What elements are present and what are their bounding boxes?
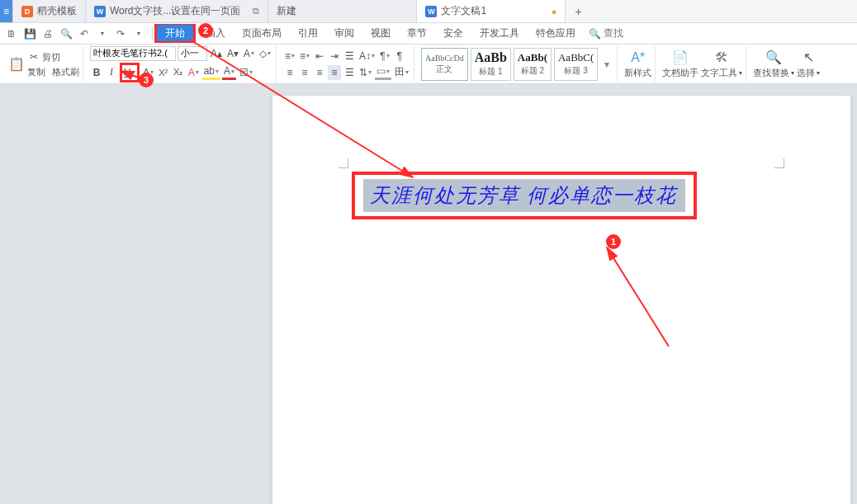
app-menu-tab[interactable]: ≡ (0, 0, 13, 22)
font-name-input[interactable] (93, 49, 173, 59)
document-workspace: 天涯何处无芳草 何必单恋一枝花 (0, 84, 857, 504)
text-direction-button[interactable]: ☰ (343, 49, 356, 64)
text-effects-button[interactable]: A (187, 65, 201, 80)
line-spacing-button[interactable]: ⇅ (357, 65, 373, 80)
undo-dropdown-icon[interactable]: ▾ (96, 27, 109, 40)
change-case-button[interactable]: A (242, 46, 256, 61)
add-tab-button[interactable]: + (566, 0, 590, 22)
select-button[interactable]: ↖选择▾ (797, 49, 820, 79)
align-center-button[interactable]: ≡ (298, 65, 311, 80)
redo-dropdown-icon[interactable]: ▾ (132, 27, 145, 40)
paste-button[interactable]: 📋 (8, 56, 25, 73)
style-label: 标题 2 (521, 65, 544, 77)
style-heading2[interactable]: AaBb(标题 2 (514, 48, 552, 81)
numbering-button[interactable]: ≡ (298, 49, 311, 64)
find-icon: 🔍 (765, 49, 782, 66)
word-doc-icon: W (94, 6, 106, 17)
callout-1: 1 (606, 234, 621, 249)
increase-indent-button[interactable]: ⇥ (328, 49, 341, 64)
menu-section[interactable]: 章节 (399, 24, 435, 43)
styles-scroll-down-icon[interactable]: ▾ (600, 57, 613, 72)
document-page[interactable]: 天涯何处无芳草 何必单恋一枝花 (272, 96, 850, 504)
menu-security[interactable]: 安全 (435, 24, 471, 43)
save-icon[interactable]: 💾 (23, 27, 36, 40)
doc-helper-button[interactable]: 📄文档助手 (662, 49, 698, 79)
align-right-button[interactable]: ≡ (313, 65, 326, 80)
format-painter-label[interactable]: 格式刷 (52, 66, 79, 78)
preview-icon[interactable]: 🔍 (59, 27, 73, 40)
menu-references[interactable]: 引用 (290, 24, 326, 43)
sort-button[interactable]: ¶ (378, 49, 391, 64)
style-heading3[interactable]: AaBbC(标题 3 (554, 48, 598, 81)
menu-developer[interactable]: 开发工具 (471, 24, 528, 43)
undo-icon[interactable]: ↶ (78, 27, 91, 40)
align-left-button[interactable]: ≡ (283, 65, 296, 80)
close-icon[interactable]: ⧉ (253, 6, 259, 16)
selected-text[interactable]: 天涯何处无芳草 何必单恋一枝花 (370, 182, 677, 209)
show-marks-button[interactable]: ¶ (393, 49, 406, 64)
char-shading-button[interactable]: ☒ (238, 65, 254, 80)
select-label: 选择▾ (797, 67, 820, 79)
borders-button[interactable]: 田 (393, 65, 410, 80)
style-heading1[interactable]: AaBb标题 1 (471, 48, 511, 81)
search-icon: 🔍 (589, 28, 601, 40)
shrink-font-button[interactable]: A▾ (225, 46, 240, 61)
style-body[interactable]: AaBbCcDd正文 (421, 48, 468, 81)
tab-document1[interactable]: W 文字文稿1 ● (417, 0, 566, 22)
templates-icon: D (21, 6, 33, 17)
menu-view[interactable]: 视图 (362, 24, 399, 43)
find-replace-label: 查找替换▾ (753, 67, 794, 79)
tab-label: 文字文稿1 (441, 4, 486, 18)
italic-button[interactable]: I (105, 65, 118, 80)
font-color-button[interactable]: A (222, 65, 236, 80)
style-tools-group: A*新样式 (621, 46, 656, 82)
tools-group: 📄文档助手 🛠文字工具▾ (659, 46, 746, 82)
ribbon: 📋 ✂剪切 复制格式刷 A▴ A▾ A ◇ B I U A̶ X² (0, 45, 857, 84)
find-replace-button[interactable]: 🔍查找替换▾ (753, 49, 794, 79)
font-group: A▴ A▾ A ◇ B I U A̶ X² X₂ A ab A ☒ (87, 46, 277, 82)
cut-icon[interactable]: ✂ (27, 49, 40, 64)
bullets-button[interactable]: ≡ (283, 49, 296, 64)
menu-start[interactable]: 开始 (157, 25, 193, 41)
text-tool-button[interactable]: 🛠文字工具▾ (701, 49, 742, 79)
align-justify-button[interactable]: ≡ (328, 65, 341, 80)
font-size-input[interactable] (181, 49, 204, 59)
grow-font-button[interactable]: A▴ (209, 46, 224, 61)
tab-label: 稻壳模板 (37, 4, 77, 18)
menu-special[interactable]: 特色应用 (528, 24, 584, 43)
redo-icon[interactable]: ↷ (114, 27, 127, 40)
superscript-button[interactable]: X² (157, 65, 170, 80)
distribute-button[interactable]: ☰ (343, 65, 356, 80)
new-style-button[interactable]: A*新样式 (624, 49, 651, 79)
margin-mark-tr (774, 158, 784, 168)
copy-label[interactable]: 复制 (27, 66, 45, 78)
font-name-combo[interactable] (90, 46, 176, 61)
decrease-indent-button[interactable]: ⇤ (313, 49, 326, 64)
menu-review[interactable]: 审阅 (326, 24, 362, 43)
cut-label: 剪切 (42, 51, 60, 64)
cursor-icon: ↖ (800, 49, 817, 66)
separator (152, 27, 153, 40)
word-doc-icon: W (425, 6, 437, 17)
tab-word-tips[interactable]: W Word文字技...设置在同一页面 ⧉ (86, 0, 268, 22)
menu-search[interactable]: 🔍查找 (589, 26, 623, 40)
underline-button[interactable]: U (122, 65, 137, 80)
callout-2: 2 (198, 23, 213, 38)
highlight-color-button[interactable]: ab (202, 65, 220, 80)
print-icon[interactable]: 🖨 (41, 27, 54, 40)
file-icon[interactable]: 🗎 (5, 27, 18, 40)
subscript-button[interactable]: X₂ (172, 65, 185, 80)
editing-group: 🔍查找替换▾ ↖选择▾ (750, 46, 823, 82)
callout-3: 3 (139, 73, 154, 87)
menu-layout[interactable]: 页面布局 (234, 24, 290, 43)
writing-direction-button[interactable]: A↕ (357, 49, 376, 64)
highlight-selection: 天涯何处无芳草 何必单恋一枝花 (352, 172, 697, 219)
shading-button[interactable]: ▭ (375, 65, 391, 80)
clear-format-button[interactable]: ◇ (258, 46, 272, 61)
bold-button[interactable]: B (90, 65, 103, 80)
new-style-icon: A* (630, 49, 646, 66)
tab-dot-icon: ● (552, 7, 557, 16)
tab-templates[interactable]: D 稻壳模板 (13, 0, 86, 22)
tab-new[interactable]: 新建 (268, 0, 417, 22)
font-size-combo[interactable] (178, 46, 207, 61)
